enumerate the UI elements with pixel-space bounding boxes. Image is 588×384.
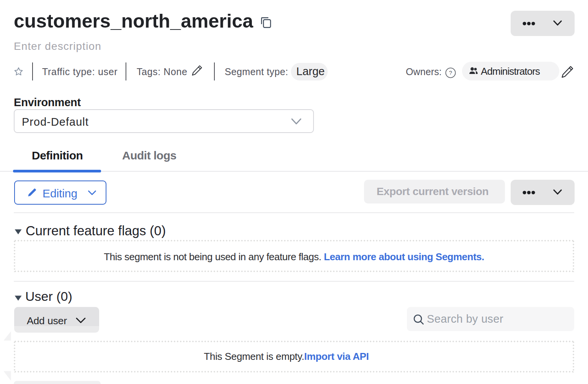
svg-text:?: ?: [449, 69, 452, 76]
